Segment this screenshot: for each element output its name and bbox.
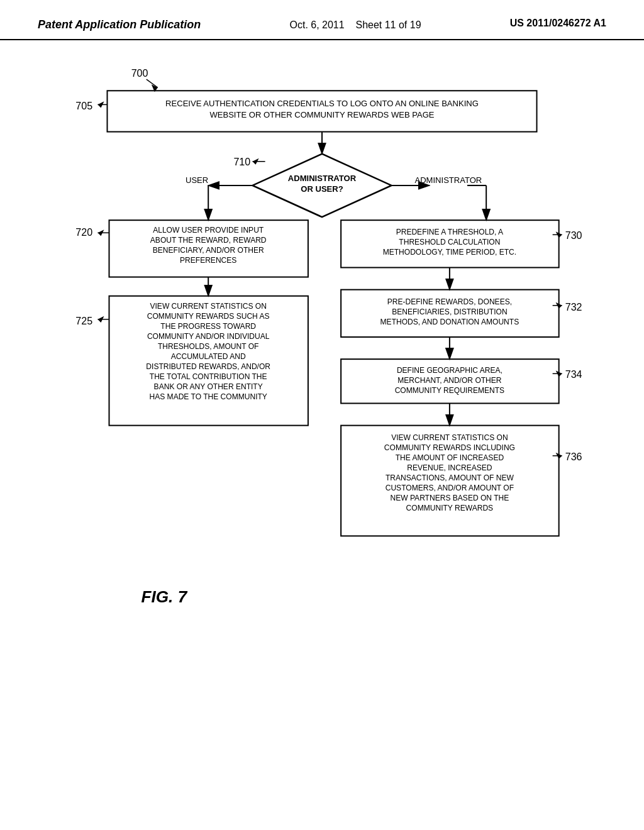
label-720: 720 [75, 226, 92, 238]
box-732-t3: METHODS, AND DONATION AMOUNTS [380, 318, 519, 326]
diamond-710-text-line1: ADMINISTRATOR [288, 174, 357, 183]
box-736-t5: TRANSACTIONS, AMOUNT OF NEW [386, 473, 514, 482]
date-sheet: Oct. 6, 2011 Sheet 11 of 19 [290, 18, 421, 33]
date: Oct. 6, 2011 [290, 19, 345, 30]
box-736-t7: NEW PARTNERS BASED ON THE [391, 494, 509, 502]
box-736-t6: CUSTOMERS, AND/OR AMOUNT OF [386, 484, 514, 492]
box-725-t7: DISTRIBUTED REWARDS, AND/OR [146, 362, 270, 371]
box-732-t2: BENEFICIARIES, DISTRIBUTION [392, 307, 507, 316]
box-730-t3: METHODOLOGY, TIME PERIOD, ETC. [383, 248, 516, 257]
box-736-t3: THE AMOUNT OF INCREASED [396, 453, 504, 462]
box-705-text-line1: RECEIVE AUTHENTICATION CREDENTIALS TO LO… [165, 99, 479, 108]
label-732: 732 [565, 301, 582, 313]
label-734: 734 [565, 368, 582, 380]
box-720-t2: ABOUT THE REWARD, REWARD [150, 236, 267, 245]
box-705-text-line2: WEBSITE OR OTHER COMMUNITY REWARDS WEB P… [209, 110, 434, 119]
box-725-t9: BANK OR ANY OTHER ENTITY [154, 382, 263, 391]
label-700: 700 [131, 67, 148, 79]
box-734-t1: DEFINE GEOGRAPHIC AREA, [397, 366, 502, 375]
publication-label: Patent Application Publication [38, 18, 201, 32]
label-710: 710 [233, 156, 250, 167]
label-736: 736 [565, 451, 582, 462]
box-732-t1: PRE-DEFINE REWARDS, DONEES, [387, 297, 512, 306]
box-725-t6: ACCUMULATED AND [171, 352, 246, 361]
box-734-t3: COMMUNITY REQUIREMENTS [395, 386, 504, 395]
box-725-t1: VIEW CURRENT STATISTICS ON [150, 302, 266, 311]
box-725-t4: COMMUNITY AND/OR INDIVIDUAL [147, 332, 270, 341]
box-725-t5: THRESHOLDS, AMOUNT OF [158, 342, 258, 351]
page-header: Patent Application Publication Oct. 6, 2… [0, 0, 644, 40]
label-725: 725 [75, 315, 92, 326]
label-705: 705 [75, 100, 92, 111]
box-720-t3: BENEFICIARY, AND/OR OTHER [153, 246, 264, 255]
label-administrator: ADMINISTRATOR [414, 175, 482, 185]
label-user: USER [186, 175, 208, 185]
box-725-t8: THE TOTAL CONTRIBUTION THE [150, 372, 267, 381]
box-736-t8: COMMUNITY REWARDS [406, 504, 494, 512]
box-720-t4: PREFERENCES [180, 256, 236, 265]
diamond-710-text-line2: OR USER? [301, 184, 343, 194]
box-725-t10: HAS MADE TO THE COMMUNITY [149, 392, 267, 401]
box-725-t2: COMMUNITY REWARDS SUCH AS [147, 312, 270, 321]
box-734-t2: MERCHANT, AND/OR OTHER [397, 376, 502, 385]
fig-label: FIG. 7 [142, 587, 188, 606]
box-730-t2: THRESHOLD CALCULATION [399, 238, 500, 246]
box-730-t1: PREDEFINE A THRESHOLD, A [396, 228, 504, 236]
svg-line-1 [147, 79, 158, 87]
box-736-t4: REVENUE, INCREASED [407, 463, 492, 472]
patent-number: US 2011/0246272 A1 [510, 18, 606, 29]
flowchart-svg: 700 705 RECEIVE AUTHENTICATION CREDENTIA… [38, 53, 606, 779]
sheet: Sheet 11 of 19 [355, 19, 421, 30]
box-736-t2: COMMUNITY REWARDS INCLUDING [384, 443, 515, 452]
box-736-t1: VIEW CURRENT STATISTICS ON [391, 433, 508, 442]
flowchart-diagram: 700 705 RECEIVE AUTHENTICATION CREDENTIA… [0, 40, 644, 792]
box-720-t1: ALLOW USER PROVIDE INPUT [153, 226, 264, 235]
label-730: 730 [565, 230, 582, 241]
box-725-t3: THE PROGRESS TOWARD [160, 322, 256, 331]
